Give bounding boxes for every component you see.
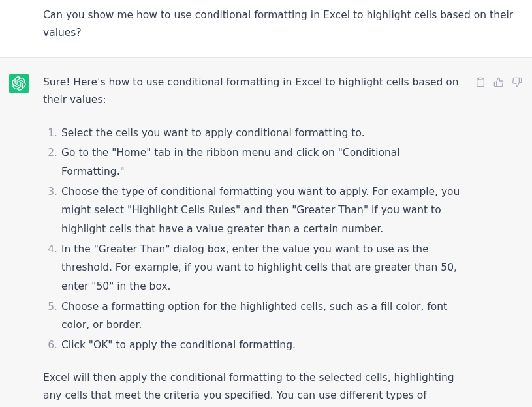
step-item: Go to the "Home" tab in the ribbon menu …	[59, 143, 463, 181]
copy-button[interactable]	[475, 76, 486, 88]
step-item: Choose the type of conditional formattin…	[59, 183, 463, 239]
thumbs-up-button[interactable]	[493, 76, 505, 88]
svg-rect-0	[478, 78, 482, 80]
assistant-steps: Select the cells you want to apply condi…	[43, 124, 463, 355]
assistant-outro: Excel will then apply the conditional fo…	[43, 369, 463, 407]
step-item: Click "OK" to apply the conditional form…	[59, 336, 463, 355]
step-item: Select the cells you want to apply condi…	[59, 124, 463, 143]
assistant-avatar	[9, 74, 29, 93]
thumbs-down-button[interactable]	[511, 76, 523, 88]
assistant-message-inner: Sure! Here's how to use conditional form…	[0, 74, 532, 407]
step-item: Choose a formatting option for the highl…	[59, 297, 463, 335]
openai-icon	[12, 76, 26, 91]
assistant-message: Sure! Here's how to use conditional form…	[0, 58, 532, 407]
action-buttons	[475, 76, 523, 88]
user-message: Can you show me how to use conditional f…	[0, 0, 532, 58]
step-item: In the "Greater Than" dialog box, enter …	[59, 240, 463, 296]
thumbs-up-icon	[493, 77, 504, 87]
assistant-message-content: Sure! Here's how to use conditional form…	[43, 74, 469, 407]
user-message-text: Can you show me how to use conditional f…	[43, 7, 523, 42]
user-message-inner: Can you show me how to use conditional f…	[0, 7, 532, 42]
user-avatar	[9, 7, 29, 26]
thumbs-down-icon	[512, 77, 522, 87]
assistant-intro: Sure! Here's how to use conditional form…	[43, 74, 463, 109]
clipboard-icon	[475, 77, 486, 87]
